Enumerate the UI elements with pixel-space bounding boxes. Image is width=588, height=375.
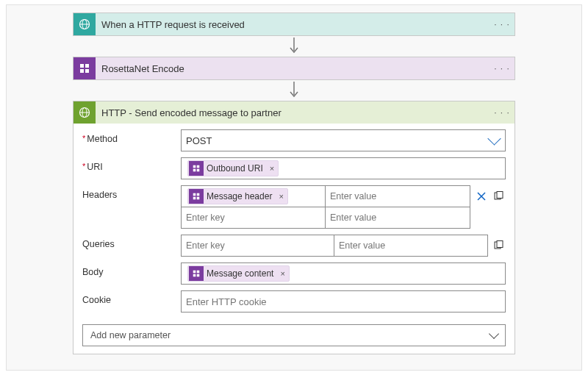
svg-rect-15 [197,169,200,172]
required-marker: * [82,162,85,172]
row-headers: Headers Message header × Enter value Ent… [82,185,506,229]
row-cookie: Cookie Enter HTTP cookie [82,290,506,312]
token-remove[interactable]: × [276,269,288,278]
svg-rect-19 [197,197,200,200]
svg-rect-18 [193,197,196,200]
step-more-button[interactable]: · · · [490,19,514,29]
method-dropdown[interactable]: POST [181,129,506,151]
token-outbound-uri[interactable]: Outbound URI × [187,160,279,176]
label-body: Body [82,267,104,277]
header-key-0[interactable]: Message header × [181,185,326,207]
step-http-send: HTTP - Send encoded message to partner ·… [73,101,515,354]
step-more-button[interactable]: · · · [490,107,514,118]
connector-arrow [7,82,581,99]
token-message-header[interactable]: Message header × [187,188,288,204]
svg-rect-4 [80,64,84,68]
svg-rect-16 [193,193,196,196]
body-input[interactable]: Message content × [181,262,506,285]
header-value-1[interactable]: Enter value [325,207,470,229]
required-marker: * [82,134,85,144]
connector-arrow [7,38,581,55]
uri-input[interactable]: Outbound URI × [181,157,506,179]
svg-rect-14 [193,169,196,172]
token-message-content[interactable]: Message content × [187,265,290,282]
svg-rect-27 [197,271,200,274]
query-key-0[interactable]: Enter key [181,235,334,257]
header-value-0[interactable]: Enter value [325,185,470,207]
token-icon [189,161,204,176]
switch-mode-button[interactable] [492,190,506,203]
row-method: *Method POST [82,129,506,151]
svg-rect-12 [193,165,196,168]
label-headers: Headers [82,190,117,200]
designer-canvas: When a HTTP request is received · · · Ro… [6,4,582,371]
headers-grid: Message header × Enter value Enter key E… [181,185,470,229]
svg-rect-7 [85,69,89,73]
row-body: Body Message content × [82,262,506,285]
query-value-0[interactable]: Enter value [334,235,488,257]
svg-rect-23 [497,192,503,199]
delete-header-button[interactable] [475,190,488,203]
cookie-input[interactable]: Enter HTTP cookie [181,290,506,312]
rosettanet-icon [74,57,96,79]
step-rosettanet-encode[interactable]: RosettaNet Encode · · · [73,57,515,80]
token-icon [189,189,204,204]
token-icon [189,266,204,281]
token-remove[interactable]: × [275,192,287,201]
header-key-1[interactable]: Enter key [181,207,326,229]
svg-rect-6 [80,69,84,73]
row-queries: Queries Enter key Enter value [82,235,506,257]
svg-rect-17 [197,193,200,196]
svg-rect-13 [197,165,200,168]
http-trigger-icon [74,13,96,35]
switch-mode-button[interactable] [492,239,506,252]
svg-rect-25 [497,241,503,248]
label-method: Method [87,134,118,144]
svg-rect-29 [197,274,200,277]
add-parameter-dropdown[interactable]: Add new parameter [82,324,506,346]
label-uri: URI [87,162,103,172]
step-header[interactable]: HTTP - Send encoded message to partner ·… [74,101,514,124]
step-more-button[interactable]: · · · [490,63,514,74]
label-cookie: Cookie [82,295,111,305]
step-http-trigger[interactable]: When a HTTP request is received · · · [73,12,515,36]
step-title: RosettaNet Encode [96,63,490,74]
svg-rect-5 [85,64,89,68]
step-properties: *Method POST *URI Outbound URI × [74,124,514,320]
label-queries: Queries [82,239,115,249]
queries-grid: Enter key Enter value [181,235,488,257]
http-action-icon [74,101,96,124]
svg-rect-28 [193,274,196,277]
token-remove[interactable]: × [266,164,278,173]
svg-rect-26 [193,271,196,274]
step-title: HTTP - Send encoded message to partner [96,107,490,118]
row-uri: *URI Outbound URI × [82,157,506,179]
step-title: When a HTTP request is received [96,19,490,30]
